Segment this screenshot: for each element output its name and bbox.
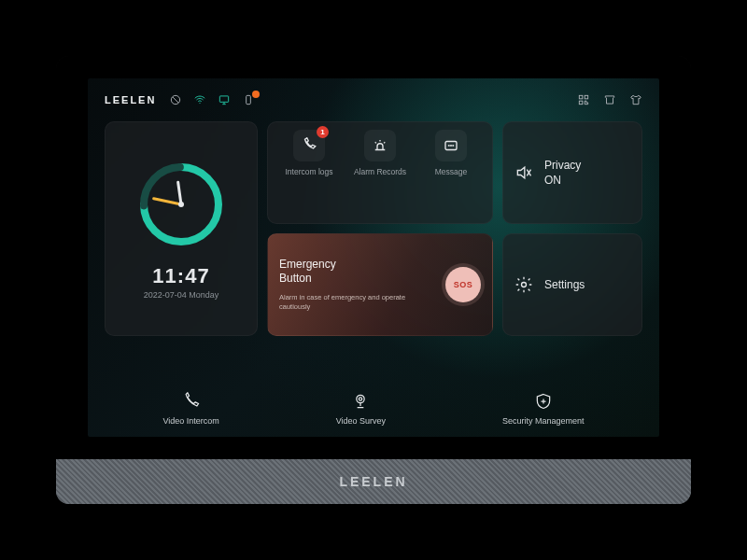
scene-icon[interactable] [603, 93, 616, 106]
bottom-nav: Video Intercom Video Survey Security Man… [105, 381, 642, 429]
svg-point-13 [448, 146, 449, 147]
status-icons [169, 93, 255, 106]
security-mgmt-label: Security Management [502, 416, 585, 426]
privacy-card[interactable]: Privacy ON [502, 121, 642, 224]
speaker-brand: LEELEN [339, 474, 407, 489]
message-label: Message [435, 167, 468, 176]
clock-card[interactable]: 11:47 2022-07-04 Monday [105, 121, 258, 336]
svg-point-16 [522, 283, 527, 287]
top-bar: LEELEN [105, 88, 642, 112]
svg-line-10 [154, 199, 181, 204]
gear-icon [514, 275, 533, 294]
message-icon [435, 130, 467, 161]
analog-clock [134, 158, 228, 251]
dnd-icon [169, 93, 182, 106]
clock-date: 2022-07-04 Monday [144, 290, 219, 300]
qr-icon[interactable] [577, 93, 590, 106]
alarm-records-button[interactable]: Alarm Records [345, 130, 416, 216]
speaker-bar: LEELEN [56, 459, 691, 504]
phone-missed-icon: 1 [293, 130, 325, 161]
message-button[interactable]: Message [416, 130, 486, 216]
security-mgmt-button[interactable]: Security Management [502, 392, 585, 426]
screen-bezel: LEELEN [56, 56, 691, 459]
clock-time: 11:47 [144, 264, 219, 288]
privacy-label: Privacy ON [544, 158, 581, 188]
alarm-records-label: Alarm Records [354, 167, 406, 176]
svg-rect-4 [579, 95, 583, 99]
phone-icon [182, 392, 201, 411]
video-survey-button[interactable]: Video Survey [336, 392, 386, 426]
settings-label: Settings [544, 277, 585, 292]
shield-plus-icon [534, 392, 553, 411]
emergency-card[interactable]: Emergency Button Alarm in case of emerge… [267, 233, 493, 336]
mute-icon [514, 163, 533, 182]
top-right-icons [577, 93, 642, 106]
intercom-logs-button[interactable]: 1 Intercom logs [274, 130, 345, 216]
siren-icon [364, 130, 396, 161]
tile-grid: 11:47 2022-07-04 Monday 1 Intercom logs [105, 121, 642, 336]
video-intercom-label: Video Intercom [162, 416, 218, 426]
svg-line-9 [178, 182, 181, 204]
svg-point-11 [178, 202, 184, 207]
video-survey-label: Video Survey [336, 416, 386, 426]
intercom-logs-label: Intercom logs [285, 167, 332, 176]
svg-rect-2 [220, 96, 229, 102]
svg-point-1 [200, 103, 201, 104]
svg-rect-3 [247, 95, 251, 104]
home-screen: LEELEN [88, 78, 659, 437]
wifi-icon [193, 93, 206, 106]
device-frame: LEELEN [56, 56, 691, 504]
phone-notif-icon [242, 93, 255, 106]
camera-icon [351, 392, 370, 411]
sos-button[interactable]: SOS [445, 267, 481, 302]
emergency-subtitle: Alarm in case of emergency and operate c… [279, 293, 436, 312]
svg-point-17 [357, 395, 364, 402]
emergency-title: Emergency Button [279, 258, 436, 286]
svg-rect-5 [585, 95, 588, 99]
settings-card[interactable]: Settings [502, 233, 642, 336]
svg-point-18 [359, 398, 362, 400]
tshirt-icon[interactable] [629, 93, 642, 106]
notification-dot [252, 91, 260, 98]
svg-point-14 [451, 146, 452, 147]
video-intercom-button[interactable]: Video Intercom [162, 392, 218, 426]
svg-rect-6 [579, 101, 583, 105]
monitor-icon [218, 93, 231, 106]
brand-logo: LEELEN [105, 94, 156, 105]
svg-point-15 [453, 146, 454, 147]
intercom-badge: 1 [317, 126, 329, 138]
records-card: 1 Intercom logs Alarm Records [267, 121, 493, 224]
